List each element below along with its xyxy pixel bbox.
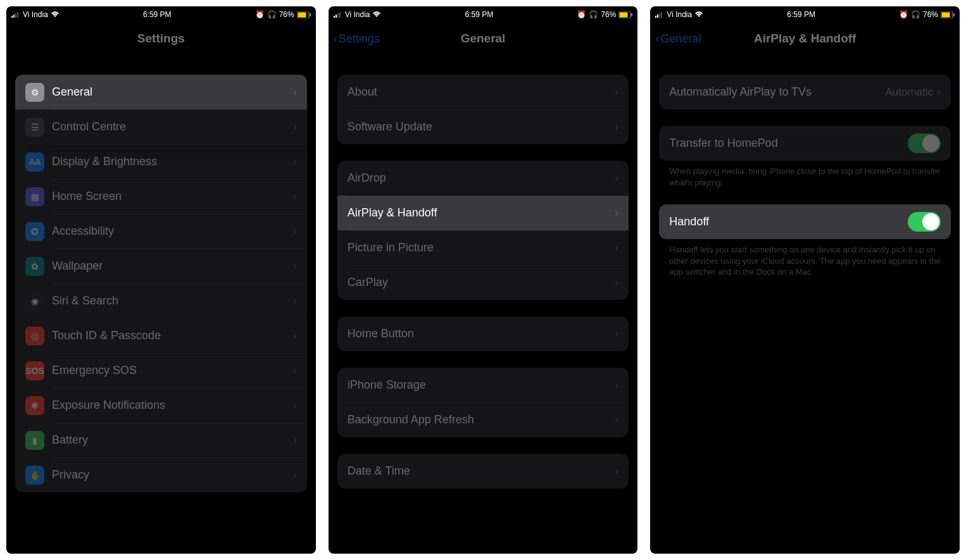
row-emergency-sos[interactable]: SOS Emergency SOS › xyxy=(15,353,307,388)
row-wallpaper[interactable]: ✿ Wallpaper › xyxy=(15,249,307,283)
row-label: Picture in Picture xyxy=(348,241,615,254)
chevron-left-icon: ‹ xyxy=(334,32,337,46)
chevron-right-icon: › xyxy=(615,464,618,478)
row-label: General xyxy=(52,85,293,99)
headphones-icon: 🎧 xyxy=(589,10,598,19)
toggle-handoff[interactable] xyxy=(908,212,941,232)
chevron-right-icon: › xyxy=(615,206,618,220)
chevron-right-icon: › xyxy=(615,85,618,99)
flower-icon: ✿ xyxy=(25,257,44,276)
row-accessibility[interactable]: ✪ Accessibility › xyxy=(15,214,307,249)
row-carplay[interactable]: CarPlay › xyxy=(337,265,629,300)
hand-icon: ✋ xyxy=(25,466,44,485)
status-bar: Vi India 6:59 PM ⏰ 🎧 76% xyxy=(6,6,316,23)
chevron-right-icon: › xyxy=(615,413,618,426)
alarm-icon: ⏰ xyxy=(899,10,908,19)
screen-settings: Vi India 6:59 PM ⏰ 🎧 76% Settings ⚙︎ Gen… xyxy=(6,6,316,554)
row-label: AirDrop xyxy=(348,171,615,185)
nav-bar: ‹ General AirPlay & Handoff xyxy=(650,23,960,54)
svg-rect-8 xyxy=(336,15,337,18)
group-handoff: Handoff xyxy=(659,204,951,239)
clock-label: 6:59 PM xyxy=(143,10,172,19)
row-background-app-refresh[interactable]: Background App Refresh › xyxy=(337,402,629,437)
row-exposure-notifications[interactable]: ✱ Exposure Notifications › xyxy=(15,388,307,423)
row-label: Siri & Search xyxy=(52,294,293,308)
row-iphone-storage[interactable]: iPhone Storage › xyxy=(337,368,629,402)
row-value: Automatic xyxy=(885,86,933,99)
back-button[interactable]: ‹ Settings xyxy=(334,32,380,46)
chevron-right-icon: › xyxy=(293,155,297,168)
group-transfer-homepod: Transfer to HomePod xyxy=(659,126,951,161)
group-airdrop: AirDrop › AirPlay & Handoff › Picture in… xyxy=(337,161,629,300)
svg-rect-20 xyxy=(953,13,955,16)
fingerprint-icon: ◎ xyxy=(25,327,44,345)
row-home-button[interactable]: Home Button › xyxy=(337,316,629,351)
svg-rect-5 xyxy=(298,12,306,17)
wifi-icon xyxy=(694,11,703,18)
chevron-right-icon: › xyxy=(615,171,618,185)
svg-rect-9 xyxy=(337,13,339,18)
svg-rect-16 xyxy=(659,13,660,18)
chevron-right-icon: › xyxy=(293,468,297,482)
chevron-right-icon: › xyxy=(293,433,297,447)
chevron-right-icon: › xyxy=(293,294,297,308)
toggle-knob xyxy=(922,213,939,230)
row-picture-in-picture[interactable]: Picture in Picture › xyxy=(337,230,629,265)
row-battery[interactable]: ▮ Battery › xyxy=(15,423,307,457)
row-label: Battery xyxy=(52,433,293,447)
row-home-screen[interactable]: ▦ Home Screen › xyxy=(15,179,307,214)
row-airplay-handoff[interactable]: AirPlay & Handoff › xyxy=(337,196,629,230)
svg-rect-6 xyxy=(310,13,311,16)
signal-icon xyxy=(334,11,342,18)
row-privacy[interactable]: ✋ Privacy › xyxy=(15,457,307,492)
footer-handoff: Handoff lets you start something on one … xyxy=(659,239,951,278)
row-siri-search[interactable]: ◉ Siri & Search › xyxy=(15,283,307,318)
row-label: Date & Time xyxy=(348,464,615,478)
row-label: Home Button xyxy=(348,327,615,340)
row-date-time[interactable]: Date & Time › xyxy=(337,454,629,488)
svg-rect-0 xyxy=(11,16,13,18)
clock-label: 6:59 PM xyxy=(465,10,494,19)
row-airdrop[interactable]: AirDrop › xyxy=(337,161,629,196)
chevron-right-icon: › xyxy=(293,329,297,342)
row-auto-airplay-tvs[interactable]: Automatically AirPlay to TVs Automatic › xyxy=(659,75,951,109)
group-datetime: Date & Time › xyxy=(337,454,629,488)
nav-bar: ‹ Settings General xyxy=(329,23,638,54)
battery-pct: 76% xyxy=(601,10,616,19)
battery-icon xyxy=(297,11,311,18)
chevron-right-icon: › xyxy=(937,85,941,99)
row-transfer-homepod[interactable]: Transfer to HomePod xyxy=(659,126,951,161)
svg-rect-19 xyxy=(942,12,950,17)
page-title: AirPlay & Handoff xyxy=(754,32,856,46)
battery-icon xyxy=(941,11,955,18)
group-homebutton: Home Button › xyxy=(337,316,629,351)
back-button[interactable]: ‹ General xyxy=(655,32,701,46)
nav-bar: Settings xyxy=(6,23,316,54)
svg-rect-14 xyxy=(655,16,656,18)
row-touch-id[interactable]: ◎ Touch ID & Passcode › xyxy=(15,318,307,353)
row-display-brightness[interactable]: AA Display & Brightness › xyxy=(15,144,307,179)
chevron-right-icon: › xyxy=(615,276,618,289)
svg-rect-17 xyxy=(661,12,662,18)
svg-rect-7 xyxy=(334,16,335,18)
row-general[interactable]: ⚙︎ General › xyxy=(15,75,307,109)
chevron-right-icon: › xyxy=(293,364,297,377)
row-control-centre[interactable]: ☰ Control Centre › xyxy=(15,109,307,144)
toggle-knob xyxy=(922,135,939,152)
switches-icon: ☰ xyxy=(25,118,44,137)
headphones-icon: 🎧 xyxy=(267,10,277,19)
chevron-right-icon: › xyxy=(615,378,618,392)
row-software-update[interactable]: Software Update › xyxy=(337,109,629,144)
chevron-right-icon: › xyxy=(615,241,618,254)
status-bar: Vi India 6:59 PM ⏰ 🎧 76% xyxy=(650,6,960,23)
row-label: Software Update xyxy=(348,120,615,134)
chevron-right-icon: › xyxy=(293,85,297,99)
row-label: Home Screen xyxy=(52,190,293,203)
row-about[interactable]: About › xyxy=(337,75,629,109)
clock-label: 6:59 PM xyxy=(787,10,815,19)
row-handoff[interactable]: Handoff xyxy=(659,204,951,239)
svg-rect-10 xyxy=(339,12,341,18)
chevron-right-icon: › xyxy=(293,120,297,134)
toggle-transfer-homepod[interactable] xyxy=(908,134,941,153)
carrier-label: Vi India xyxy=(345,10,370,19)
